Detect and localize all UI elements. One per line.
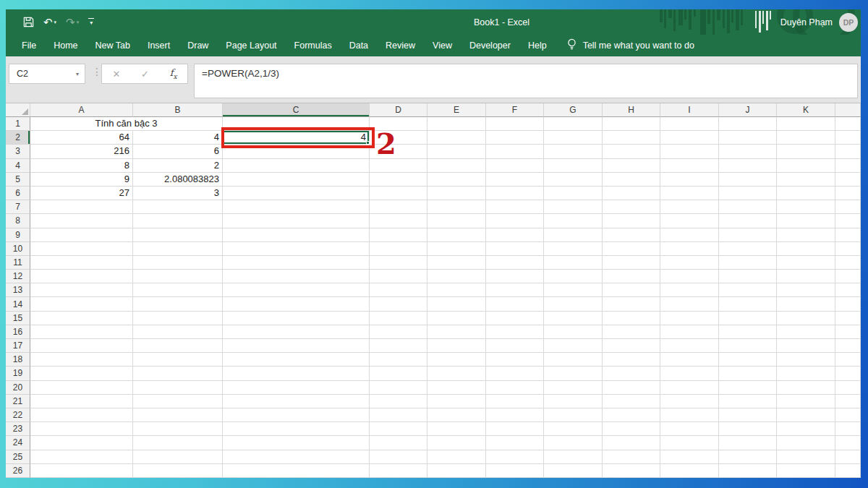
cell-C22[interactable] xyxy=(223,408,370,422)
cell-J4[interactable] xyxy=(719,159,777,173)
cell-E25[interactable] xyxy=(427,450,486,464)
cell-D9[interactable] xyxy=(370,228,427,242)
cell-F18[interactable] xyxy=(486,353,544,367)
cell-I10[interactable] xyxy=(660,242,719,256)
cell-F14[interactable] xyxy=(486,297,544,311)
cell-G26[interactable] xyxy=(544,464,603,478)
save-icon[interactable] xyxy=(23,17,34,27)
cell-G24[interactable] xyxy=(544,436,603,450)
cell-stub-23[interactable] xyxy=(835,422,861,436)
cell-E16[interactable] xyxy=(427,325,486,339)
cell-I23[interactable] xyxy=(660,422,719,436)
cell-G22[interactable] xyxy=(544,408,603,422)
cell-K22[interactable] xyxy=(777,408,835,422)
column-header-F[interactable]: F xyxy=(486,103,544,117)
cell-K6[interactable] xyxy=(777,187,835,200)
cell-B15[interactable] xyxy=(133,312,223,325)
tell-me-box[interactable]: Tell me what you want to do xyxy=(567,38,694,53)
cell-D23[interactable] xyxy=(370,422,427,436)
row-header-21[interactable]: 21 xyxy=(6,395,30,408)
cell-F23[interactable] xyxy=(486,422,544,436)
cell-E21[interactable] xyxy=(427,395,486,408)
cell-F19[interactable] xyxy=(486,367,544,380)
cell-E24[interactable] xyxy=(427,436,486,450)
cell-C7[interactable] xyxy=(223,200,370,214)
column-header-K[interactable]: K xyxy=(777,103,835,117)
column-header-G[interactable]: G xyxy=(544,103,603,117)
cell-stub-8[interactable] xyxy=(835,214,861,228)
column-header-E[interactable]: E xyxy=(427,103,486,117)
cell-A3[interactable]: 216 xyxy=(30,145,133,158)
tab-formulas[interactable]: Formulas xyxy=(286,35,341,56)
cell-E15[interactable] xyxy=(427,312,486,325)
cell-E3[interactable] xyxy=(427,145,486,158)
cell-A2[interactable]: 64 xyxy=(30,131,133,145)
cell-J20[interactable] xyxy=(719,381,777,395)
row-header-19[interactable]: 19 xyxy=(6,367,30,380)
cell-K13[interactable] xyxy=(777,283,835,297)
cell-A12[interactable] xyxy=(30,270,133,283)
cell-G11[interactable] xyxy=(544,256,603,270)
cell-A1-title[interactable]: Tính căn bậc 3 xyxy=(30,117,223,131)
cell-E26[interactable] xyxy=(427,464,486,478)
cell-G25[interactable] xyxy=(544,450,603,464)
cell-B7[interactable] xyxy=(133,200,223,214)
tab-data[interactable]: Data xyxy=(341,35,377,56)
cell-G21[interactable] xyxy=(544,395,603,408)
cell-B21[interactable] xyxy=(133,395,223,408)
cell-stub-1[interactable] xyxy=(835,117,861,131)
cell-stub-5[interactable] xyxy=(835,173,861,187)
cell-F8[interactable] xyxy=(486,214,544,228)
cell-D10[interactable] xyxy=(370,242,427,256)
cell-E8[interactable] xyxy=(427,214,486,228)
cell-F2[interactable] xyxy=(486,131,544,145)
fill-handle[interactable] xyxy=(366,141,370,145)
cell-B12[interactable] xyxy=(133,270,223,283)
cell-stub-25[interactable] xyxy=(835,450,861,464)
cell-E23[interactable] xyxy=(427,422,486,436)
cell-J19[interactable] xyxy=(719,367,777,380)
cell-G4[interactable] xyxy=(544,159,603,173)
cell-I1[interactable] xyxy=(660,117,719,131)
cell-D4[interactable] xyxy=(370,159,427,173)
cell-I19[interactable] xyxy=(660,367,719,380)
customize-quick-access-icon[interactable]: ▾ xyxy=(88,18,94,26)
cell-C20[interactable] xyxy=(223,381,370,395)
cell-D17[interactable] xyxy=(370,339,427,353)
cell-stub-4[interactable] xyxy=(835,159,861,173)
cell-I12[interactable] xyxy=(660,270,719,283)
cell-J21[interactable] xyxy=(719,395,777,408)
cell-J26[interactable] xyxy=(719,464,777,478)
tab-home[interactable]: Home xyxy=(45,35,86,56)
cell-D7[interactable] xyxy=(370,200,427,214)
cell-H21[interactable] xyxy=(603,395,660,408)
cell-E20[interactable] xyxy=(427,381,486,395)
cell-H20[interactable] xyxy=(603,381,660,395)
cell-G17[interactable] xyxy=(544,339,603,353)
cell-J16[interactable] xyxy=(719,325,777,339)
row-header-13[interactable]: 13 xyxy=(6,283,30,297)
cell-H11[interactable] xyxy=(603,256,660,270)
cell-E6[interactable] xyxy=(427,187,486,200)
cell-E7[interactable] xyxy=(427,200,486,214)
cell-F16[interactable] xyxy=(486,325,544,339)
cell-J11[interactable] xyxy=(719,256,777,270)
cell-D11[interactable] xyxy=(370,256,427,270)
cell-A25[interactable] xyxy=(30,450,133,464)
column-header-partial[interactable] xyxy=(835,103,861,117)
cell-H8[interactable] xyxy=(603,214,660,228)
cell-C11[interactable] xyxy=(223,256,370,270)
cell-B2[interactable]: 4 xyxy=(133,131,223,145)
cell-A22[interactable] xyxy=(30,408,133,422)
cell-stub-13[interactable] xyxy=(835,283,861,297)
cell-H23[interactable] xyxy=(603,422,660,436)
cell-I13[interactable] xyxy=(660,283,719,297)
cell-H26[interactable] xyxy=(603,464,660,478)
cell-B9[interactable] xyxy=(133,228,223,242)
cell-J25[interactable] xyxy=(719,450,777,464)
cell-F20[interactable] xyxy=(486,381,544,395)
cell-C25[interactable] xyxy=(223,450,370,464)
cell-J10[interactable] xyxy=(719,242,777,256)
cell-F22[interactable] xyxy=(486,408,544,422)
cell-A23[interactable] xyxy=(30,422,133,436)
